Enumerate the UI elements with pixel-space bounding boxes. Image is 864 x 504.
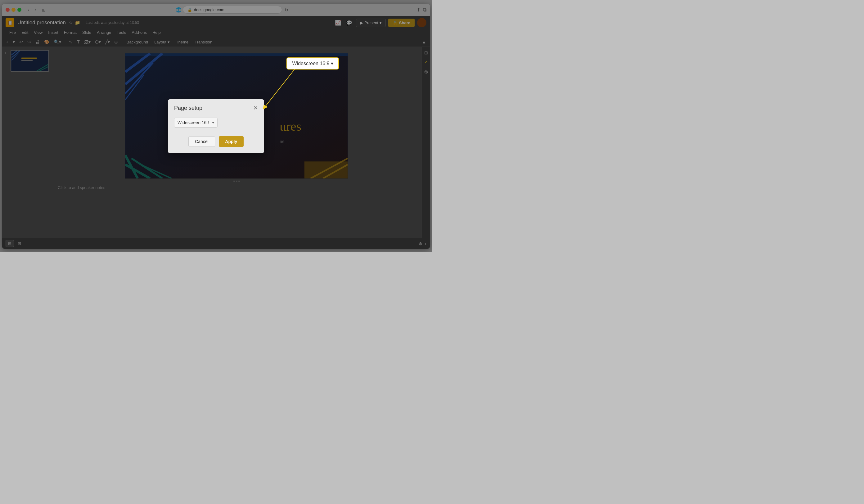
cancel-button[interactable]: Cancel — [188, 136, 215, 147]
callout-label: Widescreen 16:9 ▾ — [292, 61, 333, 66]
app-container: 📋 Untitled presentation ☆ 📁 Last edit wa… — [2, 16, 430, 249]
dialog-footer: Cancel Apply — [168, 134, 264, 153]
dialog-header: Page setup ✕ — [168, 99, 264, 115]
page-size-select[interactable]: Standard 4:3 Widescreen 16:9 Widescreen … — [174, 118, 218, 128]
apply-button[interactable]: Apply — [219, 136, 244, 147]
browser-window: ‹ › ⊞ 🌐 🔒 docs.google.com ↻ ⬆ ⧉ 📋 U — [2, 4, 430, 249]
dialog-close-button[interactable]: ✕ — [253, 105, 258, 111]
page-setup-dialog: Page setup ✕ Standard 4:3 Widescreen 16:… — [168, 99, 264, 153]
dialog-body: Standard 4:3 Widescreen 16:9 Widescreen … — [168, 115, 264, 134]
dialog-title: Page setup — [174, 105, 202, 111]
callout-box: Widescreen 16:9 ▾ — [286, 57, 339, 70]
modal-overlay: Page setup ✕ Standard 4:3 Widescreen 16:… — [2, 16, 430, 249]
close-icon: ✕ — [253, 105, 258, 111]
